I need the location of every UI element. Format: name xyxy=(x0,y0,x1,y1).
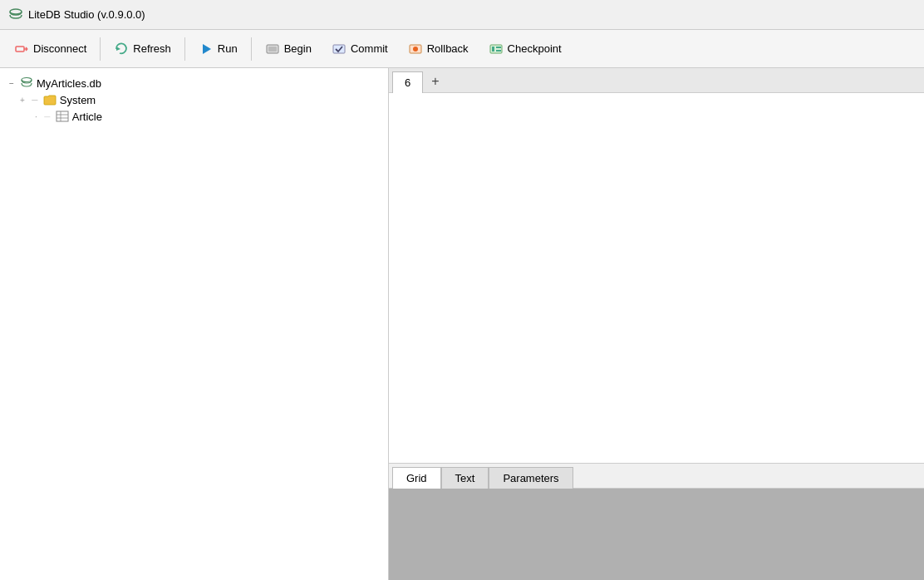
result-tabs: Grid Text Parameters xyxy=(389,464,924,489)
rollback-button[interactable]: Rollback xyxy=(399,35,478,63)
svg-point-16 xyxy=(22,78,32,82)
commit-button[interactable]: Commit xyxy=(322,35,397,63)
rollback-icon xyxy=(408,42,423,57)
disconnect-icon xyxy=(14,42,29,57)
tree-item-system[interactable]: + ─ System xyxy=(18,91,385,108)
svg-marker-5 xyxy=(116,47,120,51)
tab-text[interactable]: Text xyxy=(441,467,489,489)
tree-item-root[interactable]: − MyArticles.db xyxy=(3,75,385,91)
title-bar: LiteDB Studio (v.0.9.0.0) xyxy=(0,0,924,30)
refresh-button[interactable]: Refresh xyxy=(105,35,180,63)
tab-grid[interactable]: Grid xyxy=(392,467,441,489)
tree-article-label: Article xyxy=(72,111,102,123)
separator-2 xyxy=(184,37,185,61)
checkpoint-icon xyxy=(489,42,504,57)
query-area[interactable] xyxy=(389,93,924,464)
tree-no-expand-article: ─ xyxy=(42,111,52,121)
tab-6[interactable]: 6 xyxy=(392,71,423,93)
bottom-panel: Grid Text Parameters xyxy=(389,464,924,580)
svg-point-11 xyxy=(413,47,418,52)
begin-icon xyxy=(265,42,280,57)
refresh-icon xyxy=(114,42,129,57)
checkpoint-button[interactable]: Checkpoint xyxy=(479,35,571,63)
separator-1 xyxy=(100,37,101,61)
tab-parameters[interactable]: Parameters xyxy=(489,467,573,489)
folder-icon xyxy=(43,93,57,106)
tree-expand-root[interactable]: − xyxy=(7,78,17,88)
tree-connector-article: · xyxy=(35,112,37,121)
tree-item-article[interactable]: · ─ Article xyxy=(18,108,385,125)
tree-connector-system: + xyxy=(20,96,25,105)
run-button[interactable]: Run xyxy=(189,35,247,63)
app-title: LiteDB Studio (v.0.9.0.0) xyxy=(28,8,145,21)
tree-system-label: System xyxy=(60,94,96,106)
disconnect-button[interactable]: Disconnect xyxy=(5,35,96,63)
add-tab-button[interactable]: + xyxy=(423,71,447,92)
tree-root-label: MyArticles.db xyxy=(37,77,101,90)
database-icon xyxy=(20,76,33,90)
table-icon xyxy=(56,110,69,123)
commit-icon xyxy=(332,42,346,57)
svg-rect-8 xyxy=(268,47,277,52)
tab-bar-top: 6 + xyxy=(389,68,924,93)
right-panel: 6 + Grid Text Parameters xyxy=(389,68,924,580)
left-panel: − MyArticles.db + ─ xyxy=(0,68,389,580)
separator-3 xyxy=(251,37,252,61)
svg-rect-13 xyxy=(492,47,494,52)
tree-container: − MyArticles.db + ─ xyxy=(0,68,388,131)
tree-expand-system[interactable]: ─ xyxy=(30,95,40,105)
begin-button[interactable]: Begin xyxy=(256,35,321,63)
svg-rect-15 xyxy=(496,50,501,52)
run-icon xyxy=(199,42,214,57)
svg-marker-6 xyxy=(203,44,211,54)
toolbar: Disconnect Refresh Run Begin xyxy=(0,30,924,68)
result-content xyxy=(389,489,924,580)
main-layout: − MyArticles.db + ─ xyxy=(0,68,924,580)
tree-children: + ─ System · ─ xyxy=(3,91,385,125)
app-icon xyxy=(8,7,23,22)
svg-rect-9 xyxy=(333,45,345,53)
svg-rect-1 xyxy=(16,47,24,52)
svg-point-0 xyxy=(10,9,22,14)
svg-rect-17 xyxy=(57,111,68,121)
svg-rect-14 xyxy=(496,47,501,48)
